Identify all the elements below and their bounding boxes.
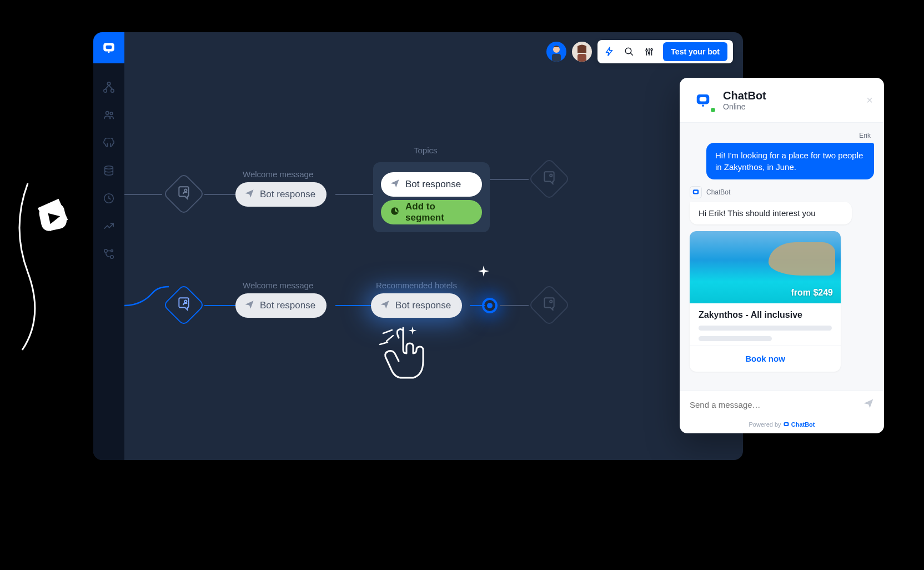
node-label: Add to segment xyxy=(405,201,471,223)
sidebar-nav-integrations[interactable] xyxy=(102,247,116,261)
node-label: Bot response xyxy=(260,300,315,311)
svg-point-5 xyxy=(104,89,107,93)
status-online-dot xyxy=(710,107,716,113)
svg-point-11 xyxy=(104,249,108,253)
skeleton-line xyxy=(699,326,832,331)
connector xyxy=(490,179,529,180)
bot-message-bubble: Hi Erik! This should interest you xyxy=(690,202,852,224)
svg-point-24 xyxy=(550,174,552,177)
connector-curve xyxy=(124,277,169,310)
chat-bot-avatar xyxy=(691,88,715,112)
close-icon[interactable]: × xyxy=(866,94,873,107)
send-icon xyxy=(244,188,254,201)
chat-body: Erik Hi! I'm looking for a place for two… xyxy=(680,123,884,391)
connector xyxy=(500,305,529,306)
sidebar-nav-users[interactable] xyxy=(102,108,116,122)
flow-label-recommended: Recommended hotels xyxy=(376,281,457,290)
svg-rect-31 xyxy=(694,191,697,193)
sidebar xyxy=(93,32,124,460)
user-name-label: Erik xyxy=(690,131,874,143)
connector xyxy=(204,194,235,195)
svg-point-12 xyxy=(111,256,114,259)
card-price: from $249 xyxy=(791,288,833,298)
bot-label-row: ChatBot xyxy=(690,186,874,198)
flow-label-welcome-2: Welcome message xyxy=(243,281,313,290)
bot-mini-avatar xyxy=(690,186,702,198)
sidebar-nav-flows[interactable] xyxy=(102,80,116,94)
chat-title: ChatBot xyxy=(723,89,766,102)
flow-start-node-active[interactable] xyxy=(163,284,205,326)
svg-point-26 xyxy=(550,301,552,303)
chat-preview-panel: ChatBot Online × Erik Hi! I'm looking fo… xyxy=(680,78,884,433)
anchor-node[interactable] xyxy=(482,298,498,313)
connector xyxy=(124,194,162,195)
svg-point-8 xyxy=(110,112,113,115)
user-message-bubble: Hi! I'm looking for a place for two peop… xyxy=(706,143,874,179)
skeleton-line xyxy=(699,336,772,341)
flow-node-bot-response-highlighted[interactable]: Bot response xyxy=(371,293,462,318)
node-label: Bot response xyxy=(260,189,315,200)
send-icon xyxy=(380,299,390,312)
sidebar-nav-data[interactable] xyxy=(102,163,116,178)
card-title: Zakynthos - All inclusive xyxy=(699,310,832,320)
send-icon[interactable] xyxy=(863,398,874,411)
chat-message-input[interactable] xyxy=(690,400,863,409)
app-window: Test your bot Welcome message Bot respon… xyxy=(93,32,743,460)
sidebar-nav-analytics[interactable] xyxy=(102,219,116,233)
svg-point-4 xyxy=(107,82,111,86)
flow-end-node[interactable] xyxy=(528,284,570,326)
segment-icon xyxy=(390,206,400,219)
connector xyxy=(335,305,371,306)
sidebar-nav-history[interactable] xyxy=(102,191,116,206)
svg-point-6 xyxy=(111,89,114,93)
book-now-button[interactable]: Book now xyxy=(745,354,785,363)
connector xyxy=(335,194,373,195)
svg-rect-28 xyxy=(700,97,707,102)
svg-rect-33 xyxy=(785,423,787,425)
topics-group[interactable]: Bot response Add to segment xyxy=(373,162,490,232)
hand-pointer-icon xyxy=(375,322,436,391)
connector xyxy=(204,305,235,306)
chat-status: Online xyxy=(723,102,766,111)
flow-label-welcome: Welcome message xyxy=(243,169,313,179)
app-logo[interactable] xyxy=(93,32,124,63)
node-label: Bot response xyxy=(405,179,461,190)
flow-node-bot-response[interactable]: Bot response xyxy=(235,293,327,318)
bot-name-label: ChatBot xyxy=(706,188,730,196)
flow-node-bot-response[interactable]: Bot response xyxy=(235,182,327,207)
svg-point-22 xyxy=(184,189,187,192)
svg-point-29 xyxy=(702,104,704,107)
sparkle-icon xyxy=(477,264,490,280)
svg-point-9 xyxy=(105,166,113,169)
flow-label-topics: Topics xyxy=(414,146,438,155)
svg-point-3 xyxy=(108,51,109,53)
chat-header: ChatBot Online × xyxy=(680,78,884,123)
flow-node-add-segment[interactable]: Add to segment xyxy=(381,200,482,224)
chat-input-row xyxy=(680,391,884,418)
flow-node-bot-response[interactable]: Bot response xyxy=(381,172,482,197)
flow-end-node[interactable] xyxy=(528,158,570,200)
svg-point-7 xyxy=(106,112,109,115)
svg-point-25 xyxy=(184,301,187,303)
svg-rect-2 xyxy=(106,46,112,49)
send-icon xyxy=(244,299,254,312)
node-label: Bot response xyxy=(395,300,451,311)
powered-by-label: Powered by ChatBot xyxy=(680,418,884,433)
flow-canvas[interactable]: Welcome message Bot response Topics Bot … xyxy=(124,32,743,460)
send-icon xyxy=(390,178,400,191)
svg-point-13 xyxy=(111,250,113,252)
sidebar-nav-ai[interactable] xyxy=(102,136,116,150)
card-image: from $249 xyxy=(690,231,841,303)
flow-start-node[interactable] xyxy=(163,173,205,215)
hotel-card[interactable]: from $249 Zakynthos - All inclusive Book… xyxy=(690,231,841,372)
